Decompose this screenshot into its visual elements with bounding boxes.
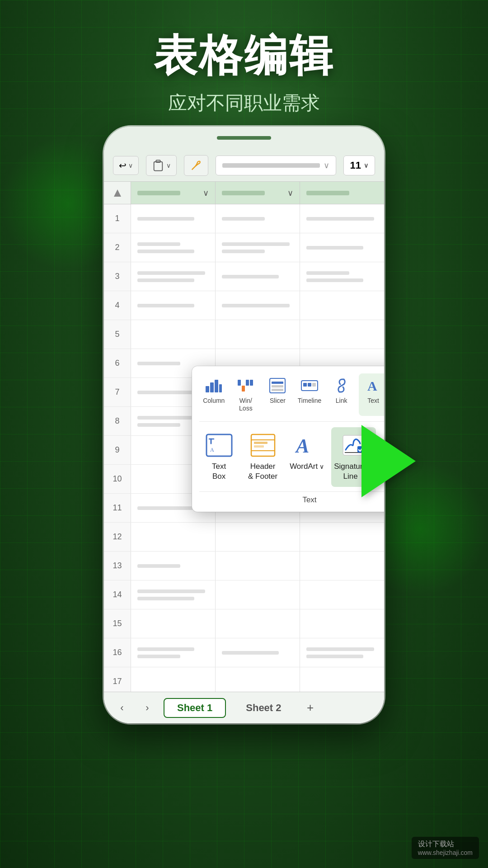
ft-timeline-label: Timeline	[298, 397, 321, 405]
cell-4c[interactable]	[300, 291, 384, 320]
font-selector[interactable]: ∨	[216, 156, 336, 175]
ft-header-footer-button[interactable]: Header& Footer	[243, 427, 282, 487]
row-num-14: 14	[104, 580, 131, 609]
cell-3b[interactable]	[216, 262, 300, 291]
clipboard-chevron: ∨	[166, 162, 171, 169]
undo-button[interactable]: ↩ ∨	[113, 156, 139, 175]
table-row: 13	[104, 552, 384, 580]
column-chart-icon	[203, 377, 224, 394]
row-num-11: 11	[104, 494, 131, 522]
svg-rect-10	[250, 380, 253, 386]
cell-15c[interactable]	[300, 609, 384, 638]
svg-rect-7	[238, 380, 241, 386]
table-row: 17	[104, 667, 384, 692]
ft-timeline-button[interactable]: Timeline	[295, 373, 324, 416]
cell-4a[interactable]	[131, 291, 216, 320]
cell-3c[interactable]	[300, 262, 384, 291]
ft-wordart-button[interactable]: A WordArt ∨	[287, 427, 327, 487]
ft-slicer-button[interactable]: Slicer	[263, 373, 292, 416]
row-num-1: 1	[104, 204, 131, 233]
ft-link-button[interactable]: Link	[327, 373, 356, 416]
notch-bar	[217, 136, 271, 140]
cell-17b[interactable]	[216, 667, 300, 692]
cell-15b[interactable]	[216, 609, 300, 638]
table-row: 5	[104, 320, 384, 349]
sheet-tab-2[interactable]: Sheet 2	[233, 698, 294, 718]
ft-winloss-label: Win/Loss	[239, 397, 253, 412]
cell-17a[interactable]	[131, 667, 216, 692]
col-header-b[interactable]: ∨	[216, 182, 300, 204]
table-row: 16	[104, 638, 384, 667]
undo-chevron: ∨	[128, 162, 133, 169]
cell-1b[interactable]	[216, 204, 300, 233]
sheet-tab-1[interactable]: Sheet 1	[164, 698, 226, 718]
cell-5c[interactable]	[300, 320, 384, 349]
ft-winloss-button[interactable]: Win/Loss	[231, 373, 261, 416]
cell-5b[interactable]	[216, 320, 300, 349]
arrow-decoration	[361, 425, 416, 497]
row-num-5: 5	[104, 320, 131, 349]
svg-rect-9	[246, 380, 249, 386]
cell-4b[interactable]	[216, 291, 300, 320]
cell-16b[interactable]	[216, 638, 300, 667]
cell-2a[interactable]	[131, 233, 216, 262]
ft-textbox-button[interactable]: A TextBox	[199, 427, 239, 487]
cell-13a[interactable]	[131, 552, 216, 580]
col-header-c[interactable]	[300, 182, 384, 204]
arrow-shape	[361, 425, 416, 497]
row-num-13: 13	[104, 552, 131, 580]
undo-icon: ↩	[119, 160, 127, 171]
row-num-3: 3	[104, 262, 131, 291]
svg-rect-4	[210, 382, 214, 392]
floating-toolbar: Column Win/Loss	[192, 366, 384, 512]
cell-13b[interactable]	[216, 552, 300, 580]
font-size-selector[interactable]: 11 ∨	[343, 156, 375, 175]
cell-13c[interactable]	[300, 552, 384, 580]
sheet-nav-prev[interactable]: ‹	[113, 699, 131, 717]
svg-text:A: A	[210, 447, 214, 453]
ft-text-button[interactable]: A Text	[359, 373, 384, 416]
format-brush-button[interactable]	[184, 155, 208, 176]
cell-12c[interactable]	[300, 523, 384, 551]
cell-15a[interactable]	[131, 609, 216, 638]
ft-wordart-label: WordArt ∨	[290, 462, 324, 472]
clipboard-button[interactable]: ∨	[146, 155, 177, 176]
win-loss-icon	[235, 377, 256, 394]
main-title: 表格编辑	[0, 27, 488, 86]
timeline-icon	[299, 377, 320, 394]
cell-14b[interactable]	[216, 580, 300, 609]
column-header-row: ∨ ∨	[104, 182, 384, 204]
cell-3a[interactable]	[131, 262, 216, 291]
sheet-add-button[interactable]: +	[301, 699, 319, 717]
svg-text:A: A	[367, 378, 377, 393]
cell-2b[interactable]	[216, 233, 300, 262]
ft-column-button[interactable]: Column	[199, 373, 229, 416]
row-num-16: 16	[104, 638, 131, 667]
table-row: 3	[104, 262, 384, 291]
cell-14c[interactable]	[300, 580, 384, 609]
phone-container: ↩ ∨ ∨ ∨	[81, 127, 407, 796]
svg-rect-30	[254, 445, 264, 448]
svg-rect-5	[215, 380, 218, 392]
phone-inner: ↩ ∨ ∨ ∨	[104, 127, 384, 723]
ft-top-row: Column Win/Loss	[199, 373, 384, 422]
cell-1a[interactable]	[131, 204, 216, 233]
cell-2c[interactable]	[300, 233, 384, 262]
cell-16a[interactable]	[131, 638, 216, 667]
sheet-nav-next[interactable]: ›	[138, 699, 156, 717]
cell-12b[interactable]	[216, 523, 300, 551]
cell-14a[interactable]	[131, 580, 216, 609]
svg-rect-18	[312, 383, 316, 387]
svg-marker-2	[114, 189, 121, 197]
ft-bottom-row: A TextBox	[199, 427, 384, 487]
cell-16c[interactable]	[300, 638, 384, 667]
ft-text-label: Text	[367, 397, 379, 405]
ft-column-label: Column	[203, 397, 225, 405]
cell-17c[interactable]	[300, 667, 384, 692]
cell-1c[interactable]	[300, 204, 384, 233]
ft-link-label: Link	[336, 397, 347, 405]
cell-12a[interactable]	[131, 523, 216, 551]
col-header-a[interactable]: ∨	[131, 182, 216, 204]
cell-5a[interactable]	[131, 320, 216, 349]
select-all-icon	[113, 189, 122, 198]
